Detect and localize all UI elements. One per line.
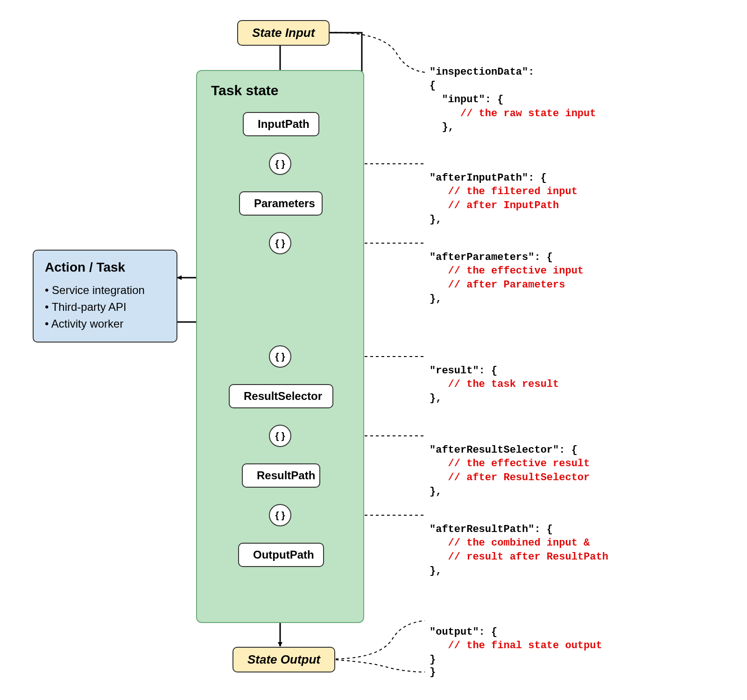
- connectors-layer: [19, 19, 728, 681]
- stage-resultpath-label: ResultPath: [257, 469, 315, 482]
- action-item-2: Third-party API: [52, 301, 127, 313]
- annotation-after-resultselector: "afterResultSelector": { // the effectiv…: [430, 429, 590, 498]
- state-input-box: State Input: [237, 20, 330, 46]
- annotation-output: "output": { // the final state output }: [430, 611, 602, 667]
- stage-resultselector: ResultSelector: [229, 384, 333, 408]
- annotation-footer-close: }: [430, 665, 436, 679]
- braces-after-resultpath: { }: [269, 504, 291, 526]
- task-state-title: Task state: [211, 83, 354, 98]
- annotation-after-inputpath: "afterInputPath": { // the filtered inpu…: [430, 157, 578, 226]
- braces-after-parameters: { }: [269, 232, 291, 254]
- stage-outputpath: OutputPath: [238, 543, 324, 567]
- stage-inputpath: InputPath: [243, 112, 319, 136]
- stage-inputpath-label: InputPath: [258, 118, 310, 130]
- state-output-box: State Output: [233, 647, 335, 672]
- braces-after-resultselector: { }: [269, 425, 291, 447]
- annotation-after-resultpath: "afterResultPath": { // the combined inp…: [430, 509, 608, 578]
- stage-resultpath: ResultPath: [242, 463, 320, 488]
- action-task-list: • Service integration • Third-party API …: [45, 282, 165, 332]
- state-output-label: State Output: [247, 652, 320, 666]
- state-input-label: State Input: [252, 26, 315, 40]
- stage-parameters-label: Parameters: [254, 197, 315, 210]
- action-item-3: Activity worker: [51, 317, 124, 330]
- annotation-after-parameters: "afterParameters": { // the effective in…: [430, 237, 584, 306]
- action-task-title: Action / Task: [45, 260, 165, 275]
- annotation-header: "inspectionData": { "input": { // the ra…: [430, 51, 596, 134]
- task-state-diagram: State Input Task state InputPath Paramet…: [19, 19, 728, 681]
- stage-outputpath-label: OutputPath: [253, 548, 314, 561]
- action-item-1: Service integration: [52, 284, 145, 296]
- annotation-result: "result": { // the task result },: [430, 350, 559, 406]
- braces-after-inputpath: { }: [269, 153, 291, 175]
- braces-result: { }: [269, 345, 291, 368]
- stage-resultselector-label: ResultSelector: [244, 390, 322, 402]
- stage-parameters: Parameters: [239, 191, 323, 216]
- action-task-box: Action / Task • Service integration • Th…: [33, 250, 177, 343]
